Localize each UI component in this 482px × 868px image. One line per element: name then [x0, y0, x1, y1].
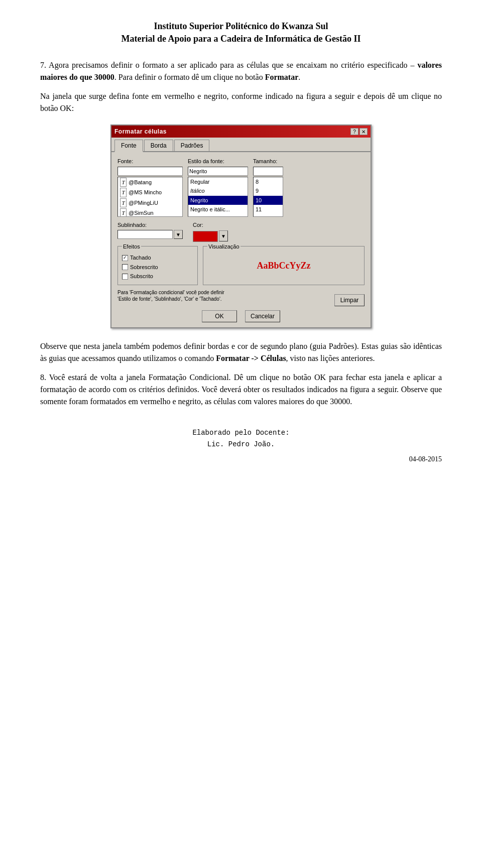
close-button[interactable]: ✕ [359, 128, 368, 135]
font-item-simsun[interactable]: T @SimSun [118, 208, 182, 217]
fonte-label: Fonte: [117, 157, 183, 166]
font-name-ms-mincho: @MS Mincho [129, 188, 162, 197]
font-type-icon: T [120, 198, 127, 208]
p1-end2: . [298, 73, 300, 81]
format-cells-dialog: Formatar células ? ✕ Fonte Borda Padrões… [110, 125, 372, 328]
tamanho-column: Tamanho: 8 9 10 11 [253, 157, 283, 217]
tamanho-label: Tamanho: [253, 157, 283, 166]
tachado-label: Tachado [130, 254, 151, 262]
cor-swatch[interactable] [193, 231, 218, 242]
footer-line2: Lic. Pedro João. [40, 439, 442, 450]
size-10[interactable]: 10 [254, 196, 283, 205]
efeitos-section-label: Efeitos [122, 242, 141, 251]
ok-button[interactable]: OK [202, 310, 237, 322]
tachado-row: Tachado [122, 254, 193, 262]
sublinhado-input[interactable] [117, 230, 173, 239]
font-item-pmingliu[interactable]: T @PMingLiU [118, 198, 182, 208]
p4-text: 8. Você estará de volta a janela Formata… [40, 373, 442, 406]
cancelar-button[interactable]: Cancelar [245, 310, 280, 322]
footer-line1: Elaborado pelo Docente: [40, 428, 442, 438]
header-title-line1: Instituto Superior Politécnico do Kwanza… [40, 20, 442, 45]
estilo-listbox[interactable]: Regular Itálico Negrito Negrito e itálic… [188, 177, 248, 217]
tamanho-listbox[interactable]: 8 9 10 11 [253, 177, 283, 217]
sobrescrito-row: Sobrescrito [122, 263, 193, 272]
style-italico[interactable]: Itálico [188, 186, 248, 196]
font-type-icon: T [120, 208, 127, 217]
p3-bold: Formatar -> Células [216, 354, 286, 362]
estilo-input[interactable]: Negrito [188, 167, 248, 176]
estilo-column: Estilo da fonte: Negrito Regular Itálico… [188, 157, 248, 217]
help-button[interactable]: ? [350, 128, 358, 135]
fonte-listbox[interactable]: T @Batang T @MS Mincho T @PMingLiU T [117, 177, 183, 217]
top-row: Fonte: T @Batang T @MS Mincho T [117, 157, 365, 217]
font-name-batang: @Batang [129, 178, 152, 187]
institute-name: Instituto Superior Politécnico do Kwanza… [154, 21, 328, 31]
size-8[interactable]: 8 [254, 177, 283, 187]
visualizacao-label: Visualização [207, 242, 240, 251]
titlebar-buttons: ? ✕ [350, 128, 368, 135]
font-name-pmingliu: @PMingLiU [129, 199, 158, 207]
cor-label: Cor: [193, 221, 253, 229]
sublinhado-column: Sublinhado: ▼ [117, 221, 188, 242]
page-date: 04-08-2015 [40, 454, 442, 464]
sublinhado-cor-row: Sublinhado: ▼ Cor: ▼ [117, 221, 365, 242]
style-regular[interactable]: Regular [188, 177, 248, 187]
dialog-wrapper: Formatar células ? ✕ Fonte Borda Padrões… [40, 125, 442, 328]
p3-end: , visto nas lições anteriores. [286, 354, 375, 362]
subtitle: Material de Apoio para a Cadeira de Info… [122, 34, 361, 44]
style-negrito-italico[interactable]: Negrito e itálic... [188, 205, 248, 214]
dialog-body: Fonte: T @Batang T @MS Mincho T [111, 152, 371, 327]
dialog-note: Para 'Formatação condicional' você pode … [117, 289, 228, 302]
size-9[interactable]: 9 [254, 186, 283, 196]
estilo-label: Estilo da fonte: [188, 157, 248, 166]
cor-dropdown-btn[interactable]: ▼ [219, 230, 228, 241]
dialog-title-text: Formatar células [114, 127, 167, 136]
sobrescrito-label: Sobrescrito [130, 263, 158, 272]
size-11[interactable]: 11 [254, 205, 283, 214]
fonte-input[interactable] [117, 167, 183, 176]
tachado-checkbox[interactable] [122, 255, 128, 261]
tab-fonte[interactable]: Fonte [114, 140, 143, 152]
tab-padroes[interactable]: Padrões [174, 140, 210, 151]
p2-text: Na janela que surge defina fonte em verm… [40, 92, 442, 112]
p1-text: 7. Agora precisamos definir o formato a … [40, 61, 417, 69]
efeitos-visual-row: Efeitos Tachado Sobrescrito Subscrito [117, 246, 365, 285]
font-name-simsun: @SimSun [129, 209, 154, 217]
p1-bold2: Formatar [265, 73, 299, 81]
sobrescrito-checkbox[interactable] [122, 264, 128, 270]
page-footer: Elaborado pelo Docente: Lic. Pedro João. [40, 428, 442, 450]
note-row: Para 'Formatação condicional' você pode … [117, 289, 365, 306]
limpar-button[interactable]: Limpar [334, 294, 365, 306]
paragraph-2: Na janela que surge defina fonte em verm… [40, 90, 442, 114]
style-negrito[interactable]: Negrito [188, 196, 248, 205]
fonte-column: Fonte: T @Batang T @MS Mincho T [117, 157, 183, 217]
subscrito-checkbox[interactable] [122, 274, 128, 280]
ok-cancel-row: OK Cancelar [117, 310, 365, 322]
dialog-tabs: Fonte Borda Padrões [111, 138, 371, 152]
font-item-ms-mincho[interactable]: T @MS Mincho [118, 187, 182, 198]
p1-end: . Para definir o formato dê um clique no… [114, 73, 265, 81]
paragraph-1: 7. Agora precisamos definir o formato a … [40, 59, 442, 83]
sublinhado-dropdown-btn[interactable]: ▼ [174, 230, 183, 239]
subscrito-row: Subscrito [122, 272, 193, 281]
page-header: Instituto Superior Politécnico do Kwanza… [40, 20, 442, 45]
paragraph-3: Observe que nesta janela também podemos … [40, 340, 442, 364]
visualizacao-section: Visualização AaBbCcYyZz [203, 246, 365, 285]
dialog-titlebar: Formatar células ? ✕ [111, 126, 371, 138]
sublinhado-label: Sublinhado: [117, 221, 188, 229]
tamanho-input[interactable] [253, 167, 283, 176]
font-type-icon: T [120, 188, 127, 197]
tab-borda[interactable]: Borda [144, 140, 173, 151]
paragraph-4: 8. Você estará de volta a janela Formata… [40, 371, 442, 408]
cor-column: Cor: ▼ [193, 221, 253, 242]
font-type-icon: T [120, 178, 127, 187]
efeitos-section: Efeitos Tachado Sobrescrito Subscrito [117, 246, 198, 285]
subscrito-label: Subscrito [130, 272, 153, 281]
font-item-batang[interactable]: T @Batang [118, 177, 182, 188]
preview-text: AaBbCcYyZz [257, 259, 311, 273]
